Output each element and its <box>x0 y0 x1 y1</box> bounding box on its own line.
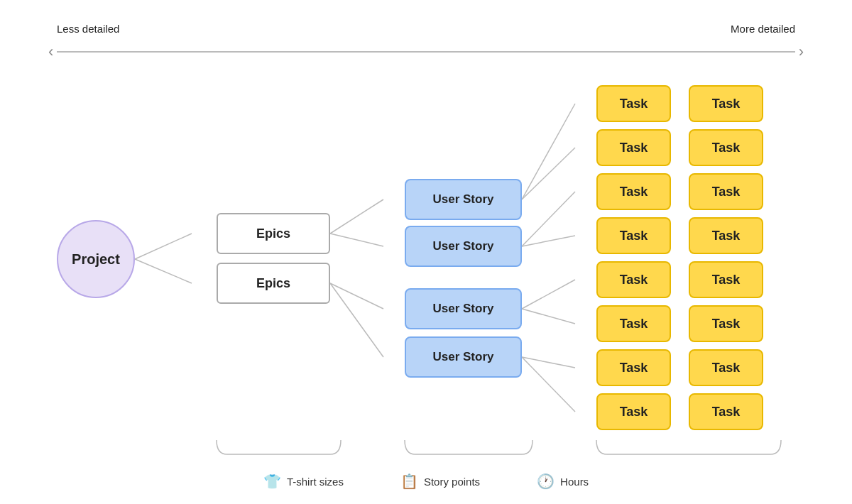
epics-box-1: Epics <box>217 213 330 254</box>
task-r8c1: Task <box>596 393 671 430</box>
task-r6c1: Task <box>596 305 671 342</box>
tshirt-icon: 👕 <box>263 473 281 490</box>
task-r2c1: Task <box>596 129 671 166</box>
storypoints-label: Story points <box>424 476 480 488</box>
task-label-r7c2: Task <box>712 361 741 376</box>
tshirt-legend: 👕 T-shirt sizes <box>263 473 344 490</box>
task-r3c2: Task <box>689 173 763 210</box>
svg-line-8 <box>522 192 575 246</box>
storypoints-icon: 📋 <box>400 473 418 490</box>
task-r4c1: Task <box>596 217 671 254</box>
task-label-r2c2: Task <box>712 141 741 155</box>
svg-line-0 <box>135 234 192 259</box>
task-r5c2: Task <box>689 261 763 298</box>
task-r3c1: Task <box>596 173 671 210</box>
svg-line-3 <box>330 234 383 246</box>
task-r4c2: Task <box>689 217 763 254</box>
header-bar: Less detailed More detailed <box>0 23 852 35</box>
task-label-r2c1: Task <box>620 141 648 155</box>
task-label-r7c1: Task <box>620 361 648 376</box>
task-label-r6c2: Task <box>712 317 741 332</box>
task-r6c2: Task <box>689 305 763 342</box>
epics-label-2: Epics <box>256 276 290 291</box>
svg-line-4 <box>330 283 383 309</box>
svg-line-13 <box>522 357 575 412</box>
task-label-r1c1: Task <box>620 97 648 111</box>
svg-line-12 <box>522 357 575 368</box>
task-label-r3c2: Task <box>712 185 741 199</box>
epics-label-1: Epics <box>256 226 290 241</box>
story-label-4: User Story <box>433 350 494 364</box>
svg-line-6 <box>522 104 575 199</box>
storypoints-legend: 📋 Story points <box>400 473 480 490</box>
story-label-2: User Story <box>433 239 494 253</box>
task-label-r3c1: Task <box>620 185 648 199</box>
story-box-4: User Story <box>405 336 522 378</box>
task-label-r5c1: Task <box>620 273 648 287</box>
task-label-r8c2: Task <box>712 405 741 420</box>
task-label-r6c1: Task <box>620 317 648 332</box>
svg-line-11 <box>522 309 575 324</box>
diagram-container: Less detailed More detailed <box>0 0 852 504</box>
svg-line-1 <box>135 259 192 283</box>
hours-legend: 🕐 Hours <box>537 473 589 490</box>
task-r5c1: Task <box>596 261 671 298</box>
task-label-r4c2: Task <box>712 229 741 243</box>
legend-bar: 👕 T-shirt sizes 📋 Story points 🕐 Hours <box>0 473 852 490</box>
task-label-r1c2: Task <box>712 97 741 111</box>
detail-arrow <box>57 51 795 53</box>
story-label-3: User Story <box>433 302 494 316</box>
tshirt-label: T-shirt sizes <box>287 476 344 488</box>
task-r7c1: Task <box>596 349 671 386</box>
task-r2c2: Task <box>689 129 763 166</box>
task-r8c2: Task <box>689 393 763 430</box>
svg-line-2 <box>330 199 383 234</box>
task-r7c2: Task <box>689 349 763 386</box>
task-r1c2: Task <box>689 85 763 122</box>
task-label-r8c1: Task <box>620 405 648 420</box>
hours-label: Hours <box>560 476 589 488</box>
task-label-r4c1: Task <box>620 229 648 243</box>
svg-line-9 <box>522 236 575 246</box>
svg-line-5 <box>330 283 383 357</box>
less-detailed-label: Less detailed <box>57 23 119 35</box>
task-r1c1: Task <box>596 85 671 122</box>
story-box-1: User Story <box>405 179 522 220</box>
story-box-3: User Story <box>405 288 522 329</box>
epics-box-2: Epics <box>217 263 330 304</box>
story-box-2: User Story <box>405 226 522 267</box>
svg-line-10 <box>522 280 575 309</box>
project-node: Project <box>57 220 135 298</box>
story-label-1: User Story <box>433 192 494 207</box>
svg-line-7 <box>522 148 575 199</box>
project-label: Project <box>72 251 120 268</box>
hours-icon: 🕐 <box>537 473 555 490</box>
task-label-r5c2: Task <box>712 273 741 287</box>
more-detailed-label: More detailed <box>731 23 795 35</box>
